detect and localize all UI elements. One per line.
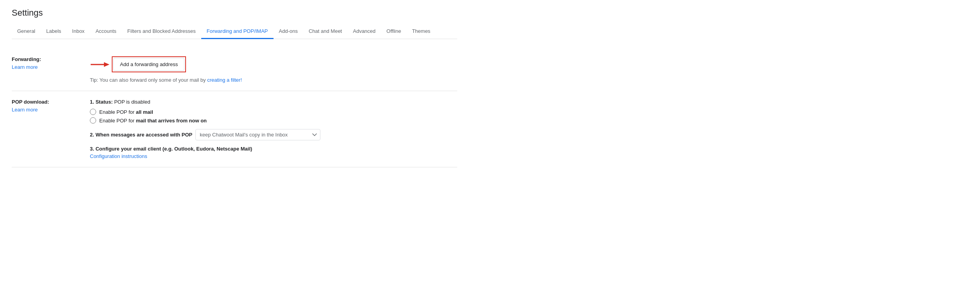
tab-addons[interactable]: Add-ons bbox=[274, 24, 303, 39]
forwarding-section: Forwarding: Learn more Add a forwarding … bbox=[12, 48, 457, 91]
pop-radio-from-now: Enable POP for mail that arrives from no… bbox=[90, 117, 457, 124]
pop-content: 1. Status: POP is disabled Enable POP fo… bbox=[90, 99, 457, 159]
forwarding-tip: Tip: You can also forward only some of y… bbox=[90, 77, 457, 83]
page-container: Settings General Labels Inbox Accounts F… bbox=[0, 0, 469, 185]
red-arrow-icon bbox=[90, 61, 109, 68]
tab-labels[interactable]: Labels bbox=[41, 24, 66, 39]
pop-radio-from-now-label: Enable POP for mail that arrives from no… bbox=[99, 118, 207, 124]
tab-filters[interactable]: Filters and Blocked Addresses bbox=[122, 24, 201, 39]
tab-offline[interactable]: Offline bbox=[381, 24, 406, 39]
forwarding-learn-more[interactable]: Learn more bbox=[12, 64, 38, 70]
pop-radio-all-mail-input[interactable] bbox=[90, 109, 96, 115]
pop-when-accessed-row: 2. When messages are accessed with POP k… bbox=[90, 129, 457, 140]
forwarding-label: Forwarding: bbox=[12, 56, 82, 62]
red-highlight-box: Add a forwarding address bbox=[112, 56, 186, 72]
tabs-nav: General Labels Inbox Accounts Filters an… bbox=[12, 24, 457, 39]
pop-radio-all-mail-label: Enable POP for all mail bbox=[99, 109, 153, 115]
pop-learn-more[interactable]: Learn more bbox=[12, 107, 38, 113]
tab-themes[interactable]: Themes bbox=[406, 24, 436, 39]
tab-accounts[interactable]: Accounts bbox=[90, 24, 122, 39]
pop-section: POP download: Learn more 1. Status: POP … bbox=[12, 91, 457, 167]
pop-radio-all-mail: Enable POP for all mail bbox=[90, 109, 457, 115]
tab-advanced[interactable]: Advanced bbox=[347, 24, 381, 39]
configuration-instructions-link[interactable]: Configuration instructions bbox=[90, 153, 457, 159]
pop-radio-from-now-input[interactable] bbox=[90, 117, 96, 124]
content-area: Forwarding: Learn more Add a forwarding … bbox=[12, 39, 457, 177]
creating-filter-link[interactable]: creating a filter! bbox=[207, 77, 242, 83]
tab-chat-meet[interactable]: Chat and Meet bbox=[303, 24, 347, 39]
svg-marker-1 bbox=[104, 62, 109, 67]
pop-label: POP download: bbox=[12, 99, 82, 105]
pop-dropdown[interactable]: keep Chatwoot Mail's copy in the Inbox bbox=[195, 129, 320, 140]
configure-section: 3. Configure your email client (e.g. Out… bbox=[90, 146, 457, 159]
pop-label-container: POP download: Learn more bbox=[12, 99, 90, 113]
pop-status: 1. Status: POP is disabled bbox=[90, 99, 457, 105]
forwarding-label-container: Forwarding: Learn more bbox=[12, 56, 90, 70]
pop-when-label: 2. When messages are accessed with POP bbox=[90, 132, 192, 138]
page-title: Settings bbox=[12, 8, 457, 18]
forwarding-content: Add a forwarding address Tip: You can al… bbox=[90, 56, 457, 83]
tab-inbox[interactable]: Inbox bbox=[67, 24, 90, 39]
add-forwarding-row: Add a forwarding address bbox=[90, 56, 457, 72]
tab-forwarding[interactable]: Forwarding and POP/IMAP bbox=[201, 24, 274, 39]
tab-general[interactable]: General bbox=[12, 24, 41, 39]
add-forwarding-button[interactable]: Add a forwarding address bbox=[113, 58, 184, 71]
configure-label: 3. Configure your email client (e.g. Out… bbox=[90, 146, 457, 152]
